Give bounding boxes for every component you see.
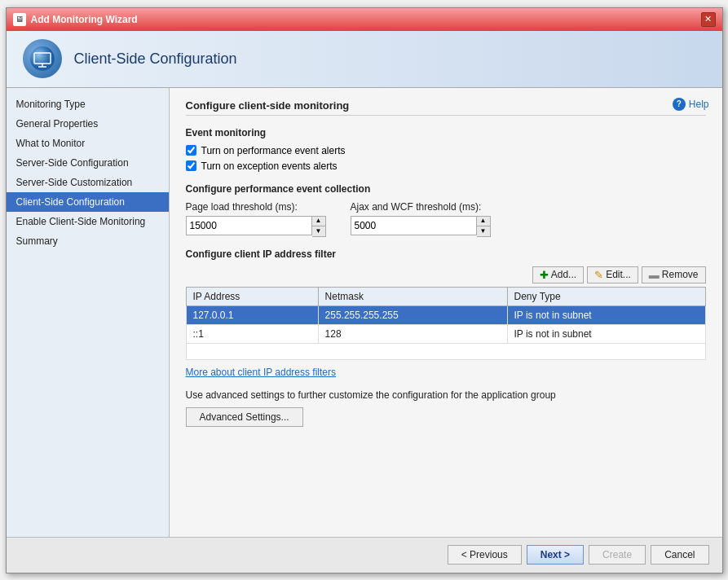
header-title: Client-Side Configuration <box>74 51 237 68</box>
page-load-input-wrap: ▲ ▼ <box>186 216 326 237</box>
perf-event-alerts-label: Turn on performance event alerts <box>201 145 346 156</box>
add-button[interactable]: ✚ Add... <box>532 266 584 283</box>
help-link[interactable]: ? Help <box>673 98 709 111</box>
event-monitoring-title: Event monitoring <box>186 127 706 138</box>
header-icon <box>23 39 62 78</box>
page-load-label: Page load threshold (ms): <box>186 201 326 213</box>
remove-icon: ▬ <box>649 269 660 281</box>
table-row[interactable]: ::1 128 IP is not in subnet <box>186 324 705 343</box>
sidebar-item-summary[interactable]: Summary <box>7 231 169 251</box>
content-area: ? Help Configure client-side monitoring … <box>170 88 722 537</box>
help-icon: ? <box>673 98 686 111</box>
more-link: More about client IP address filters <box>186 367 706 378</box>
event-monitoring-section: Event monitoring Turn on performance eve… <box>186 127 706 172</box>
footer: < Previous Next > Create Cancel <box>7 537 722 573</box>
ip-cell: 127.0.0.1 <box>186 305 318 324</box>
exception-event-alerts-checkbox[interactable] <box>186 160 196 171</box>
deny-type-cell: IP is not in subnet <box>507 305 705 324</box>
advanced-settings-button[interactable]: Advanced Settings... <box>186 407 303 427</box>
table-row[interactable]: 127.0.0.1 255.255.255.255 IP is not in s… <box>186 305 705 324</box>
perf-collection-title: Configure performance event collection <box>186 183 706 195</box>
help-label: Help <box>689 99 709 110</box>
remove-label: Remove <box>662 269 699 280</box>
ajax-wcf-group: Ajax and WCF threshold (ms): ▲ ▼ <box>351 201 491 237</box>
close-button[interactable]: ✕ <box>701 12 716 27</box>
next-button[interactable]: Next > <box>527 545 584 565</box>
ajax-wcf-up[interactable]: ▲ <box>477 217 490 226</box>
perf-collection-section: Configure performance event collection P… <box>186 183 706 237</box>
ajax-wcf-label: Ajax and WCF threshold (ms): <box>351 201 491 213</box>
sidebar-item-server-side-custom[interactable]: Server-Side Customization <box>7 173 169 192</box>
page-load-spinner: ▲ ▼ <box>312 216 326 237</box>
ajax-wcf-input[interactable] <box>351 216 477 235</box>
edit-label: Edit... <box>606 269 631 280</box>
page-load-input[interactable] <box>186 216 312 235</box>
main-content: Monitoring Type General Properties What … <box>7 88 722 537</box>
exception-event-alerts-label: Turn on exception events alerts <box>201 160 338 172</box>
exception-event-alerts-row: Turn on exception events alerts <box>186 160 706 172</box>
title-bar-icon: 🖥 <box>13 13 26 26</box>
sidebar-item-monitoring-type[interactable]: Monitoring Type <box>7 94 169 114</box>
sidebar-item-client-side-config[interactable]: Client-Side Configuration <box>7 192 169 212</box>
ip-filter-toolbar: ✚ Add... ✎ Edit... ▬ Remove <box>186 266 706 283</box>
add-label: Add... <box>551 269 576 280</box>
main-section-title: Configure client-side monitoring <box>186 99 706 116</box>
threshold-row: Page load threshold (ms): ▲ ▼ Ajax and W… <box>186 201 706 237</box>
remove-button[interactable]: ▬ Remove <box>642 266 706 283</box>
col-deny-type: Deny Type <box>507 287 705 305</box>
sidebar: Monitoring Type General Properties What … <box>7 88 170 537</box>
sidebar-item-enable-client-side[interactable]: Enable Client-Side Monitoring <box>7 212 169 231</box>
sidebar-item-what-to-monitor[interactable]: What to Monitor <box>7 134 169 153</box>
col-netmask: Netmask <box>318 287 507 305</box>
header: Client-Side Configuration <box>7 31 722 88</box>
create-button[interactable]: Create <box>589 545 646 565</box>
title-bar-text: Add Monitoring Wizard <box>31 14 696 25</box>
page-load-down[interactable]: ▼ <box>312 226 325 236</box>
cancel-button[interactable]: Cancel <box>651 545 708 565</box>
ajax-wcf-input-wrap: ▲ ▼ <box>351 216 491 237</box>
ip-filter-section: Configure client IP address filter ✚ Add… <box>186 248 706 378</box>
table-row-empty <box>186 343 705 359</box>
ip-filter-title: Configure client IP address filter <box>186 248 706 260</box>
add-icon: ✚ <box>540 269 549 281</box>
edit-button[interactable]: ✎ Edit... <box>587 266 638 283</box>
ajax-wcf-spinner: ▲ ▼ <box>477 216 491 237</box>
advanced-section: Use advanced settings to further customi… <box>186 389 706 427</box>
page-load-group: Page load threshold (ms): ▲ ▼ <box>186 201 326 237</box>
sidebar-item-general-properties[interactable]: General Properties <box>7 114 169 134</box>
advanced-desc: Use advanced settings to further customi… <box>186 389 706 401</box>
ip-cell: ::1 <box>186 324 318 343</box>
ajax-wcf-down[interactable]: ▼ <box>477 226 490 236</box>
edit-icon: ✎ <box>594 269 603 281</box>
netmask-cell: 128 <box>318 324 507 343</box>
perf-event-alerts-row: Turn on performance event alerts <box>186 145 706 156</box>
netmask-cell: 255.255.255.255 <box>318 305 507 324</box>
more-link-anchor[interactable]: More about client IP address filters <box>186 367 337 378</box>
col-ip: IP Address <box>186 287 318 305</box>
ip-table: IP Address Netmask Deny Type 127.0.0.1 2… <box>186 287 706 360</box>
page-load-up[interactable]: ▲ <box>312 217 325 226</box>
perf-event-alerts-checkbox[interactable] <box>186 145 196 156</box>
title-bar: 🖥 Add Monitoring Wizard ✕ <box>7 8 722 31</box>
deny-type-cell: IP is not in subnet <box>507 324 705 343</box>
previous-button[interactable]: < Previous <box>448 545 522 565</box>
main-window: 🖥 Add Monitoring Wizard ✕ Client-Side Co… <box>6 7 723 573</box>
sidebar-item-server-side-config[interactable]: Server-Side Configuration <box>7 153 169 173</box>
